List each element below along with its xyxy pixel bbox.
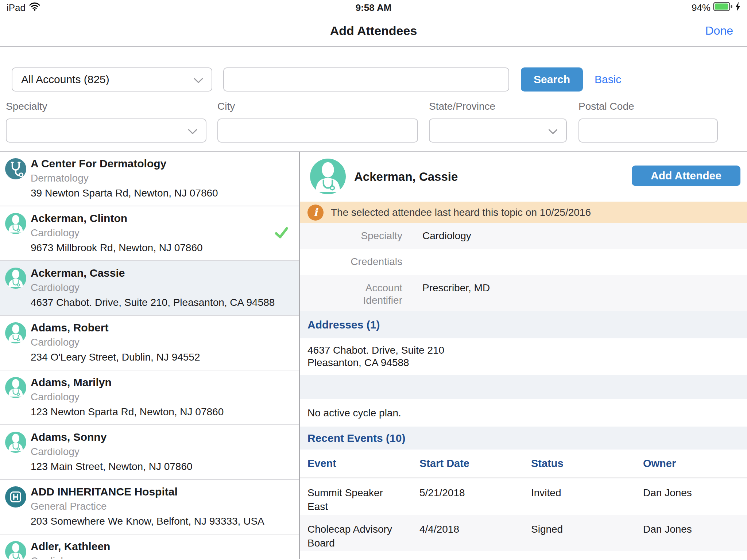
- result-specialty: Cardiology: [31, 554, 259, 559]
- device-label: iPad: [7, 2, 26, 13]
- result-address: 123 Newton Sparta Rd, Newton, NJ 07860: [31, 404, 259, 419]
- result-address: 4637 Chabot. Drive, Suite 210, Pleasanto…: [31, 295, 259, 310]
- state-filter-select[interactable]: [429, 118, 567, 143]
- address-block: 4637 Chabot. Drive, Suite 210 Pleasanton…: [300, 338, 747, 375]
- charging-bolt-icon: [735, 2, 740, 14]
- result-row[interactable]: A Center For Dermatology Dermatology 39 …: [0, 152, 299, 206]
- banner-text: The selected attendee last heard this to…: [331, 207, 591, 218]
- event-cell-event: Summit Speaker East: [307, 486, 400, 515]
- result-specialty: Cardiology: [31, 390, 259, 404]
- specialty-filter-select[interactable]: [6, 118, 206, 143]
- doctor-icon: [5, 213, 26, 234]
- recent-events-section-header: Recent Events (10): [300, 427, 747, 450]
- doctor-icon: [310, 159, 346, 194]
- chevron-down-icon: [549, 124, 557, 137]
- search-button[interactable]: Search: [521, 67, 583, 92]
- doctor-icon: [5, 377, 26, 398]
- result-specialty: Cardiology: [31, 335, 259, 350]
- event-cell-owner: Dan Jones: [643, 486, 747, 515]
- result-row[interactable]: Adams, Marilyn Cardiology 123 Newton Spa…: [0, 370, 299, 425]
- status-bar: iPad 9:58 AM 94%: [0, 0, 747, 15]
- field-row-specialty: Specialty Cardiology: [300, 223, 747, 249]
- doctor-icon: [5, 541, 26, 559]
- result-name: A Center For Dermatology: [31, 156, 259, 171]
- result-row[interactable]: Adams, Robert Cardiology 234 O'Leary Str…: [0, 316, 299, 370]
- event-row[interactable]: Summit Speaker East 5/21/2018 Invited Da…: [300, 478, 747, 515]
- chevron-down-icon: [194, 73, 203, 86]
- basic-search-link[interactable]: Basic: [595, 67, 621, 92]
- field-value: Cardiology: [422, 230, 471, 242]
- result-specialty: Cardiology: [31, 226, 259, 240]
- result-address: 234 O'Leary Street, Dublin, NJ 94552: [31, 350, 259, 365]
- events-table-rows: Summit Speaker East 5/21/2018 Invited Da…: [300, 478, 747, 551]
- city-filter-input[interactable]: [217, 118, 418, 143]
- event-cell-event: Cholecap Advisory Board: [307, 522, 400, 551]
- event-cell-status: Invited: [531, 486, 643, 515]
- address-line-1: 4637 Chabot. Drive, Suite 210: [307, 344, 747, 357]
- search-input[interactable]: [223, 67, 509, 92]
- doctor-icon: [5, 432, 26, 453]
- events-column-header: Status: [531, 458, 643, 470]
- result-name: Adams, Sonny: [31, 430, 259, 444]
- event-cell-owner: Dan Jones: [643, 522, 747, 551]
- postal-filter-input[interactable]: [578, 118, 718, 143]
- add-attendees-screen: iPad 9:58 AM 94%: [0, 0, 747, 559]
- result-specialty: Cardiology: [31, 280, 259, 295]
- event-cell-start-date: 5/21/2018: [419, 486, 531, 515]
- field-label: Account Identifier: [344, 282, 402, 307]
- events-column-header: Owner: [643, 458, 747, 470]
- events-table-header: EventStart DateStatusOwner: [300, 450, 747, 478]
- results-list: A Center For Dermatology Dermatology 39 …: [0, 152, 299, 559]
- topic-info-banner: i The selected attendee last heard this …: [300, 202, 747, 223]
- clock: 9:58 AM: [0, 2, 747, 13]
- cycle-plans-section-band: [300, 375, 747, 399]
- result-row[interactable]: Adler, Kathleen Cardiology: [0, 534, 299, 559]
- event-cell-start-date: 4/4/2018: [419, 522, 531, 551]
- result-specialty: Dermatology: [31, 171, 259, 186]
- result-name: Ackerman, Clinton: [31, 211, 259, 226]
- field-label: Credentials: [344, 256, 402, 268]
- cycle-plan-text: No active cycle plan.: [300, 399, 747, 427]
- specialty-filter-label: Specialty: [6, 101, 47, 112]
- result-name: Adler, Kathleen: [31, 539, 259, 554]
- result-address: 9673 Millbrook Rd, Newton, NJ 07860: [31, 240, 259, 255]
- event-row[interactable]: Cholecap Advisory Board 4/4/2018 Signed …: [300, 515, 747, 551]
- result-address: 39 Newton Sparta Rd, Newton, NJ 07860: [31, 186, 259, 201]
- field-value: Prescriber, MD: [422, 282, 490, 294]
- result-row[interactable]: Ackerman, Clinton Cardiology 9673 Millbr…: [0, 206, 299, 261]
- result-name: Adams, Marilyn: [31, 375, 259, 390]
- doctor-icon: [5, 268, 26, 289]
- account-scope-value: All Accounts (825): [21, 73, 109, 86]
- event-cell-status: Signed: [531, 522, 643, 551]
- page-title: Add Attendees: [0, 15, 747, 46]
- result-specialty: Cardiology: [31, 444, 259, 459]
- account-scope-select[interactable]: All Accounts (825): [12, 67, 212, 92]
- result-row[interactable]: Adams, Sonny Cardiology 123 Main Street,…: [0, 425, 299, 480]
- doctor-icon: [5, 322, 26, 343]
- field-label: Specialty: [344, 230, 402, 242]
- addresses-section-header: Addresses (1): [300, 311, 747, 338]
- result-address: 123 Main Street, Newton, NJ 07860: [31, 459, 259, 474]
- city-filter-label: City: [217, 101, 235, 112]
- events-column-header: Start Date: [419, 458, 531, 470]
- postal-filter-label: Postal Code: [578, 101, 634, 112]
- result-name: ADD INHERITANCE Hospital: [31, 485, 259, 499]
- add-attendee-button[interactable]: Add Attendee: [632, 166, 740, 186]
- result-specialty: General Practice: [31, 499, 259, 514]
- state-filter-label: State/Province: [429, 101, 495, 112]
- selected-check-icon: [273, 224, 290, 242]
- battery-percent: 94%: [692, 2, 711, 13]
- done-button[interactable]: Done: [705, 15, 734, 46]
- field-row-account-identifier: Account Identifier Prescriber, MD: [300, 275, 747, 311]
- nav-bar: Add Attendees Done: [0, 15, 747, 47]
- result-name: Adams, Robert: [31, 320, 259, 335]
- field-row-credentials: Credentials: [300, 249, 747, 275]
- result-row[interactable]: ADD INHERITANCE Hospital General Practic…: [0, 480, 299, 534]
- search-panel: All Accounts (825) Search Basic Specialt…: [0, 47, 747, 152]
- events-column-header: Event: [307, 458, 419, 470]
- address-line-2: Pleasanton, CA 94588: [307, 357, 747, 369]
- hospital-icon: [5, 486, 26, 508]
- result-name: Ackerman, Cassie: [31, 266, 259, 280]
- wifi-icon: [29, 2, 40, 13]
- result-row[interactable]: Ackerman, Cassie Cardiology 4637 Chabot.…: [0, 261, 299, 316]
